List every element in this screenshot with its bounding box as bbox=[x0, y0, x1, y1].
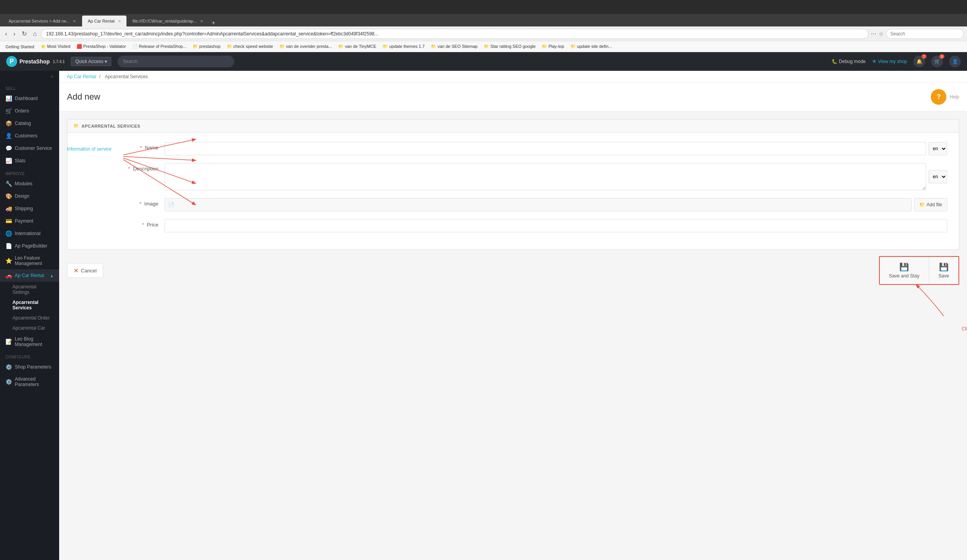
file-icon: 📄 bbox=[168, 202, 174, 208]
bookmark-prestashop[interactable]: 📁 prestashop bbox=[190, 43, 223, 50]
sidebar-item-label: International bbox=[15, 231, 40, 236]
sidebar-item-modules[interactable]: 🔧 Modules bbox=[0, 177, 59, 190]
save-icon: 💾 bbox=[939, 262, 949, 272]
sidebar-item-international[interactable]: 🌐 International bbox=[0, 227, 59, 240]
close-icon[interactable]: ✕ bbox=[200, 19, 203, 23]
add-file-button[interactable]: 📁 Add file bbox=[914, 198, 947, 211]
user-profile-button[interactable]: 👤 bbox=[949, 56, 961, 67]
sidebar-item-shipping[interactable]: 🚚 Shipping bbox=[0, 202, 59, 215]
home-button[interactable]: ⌂ bbox=[31, 30, 39, 38]
customer-service-icon: 💬 bbox=[5, 145, 12, 151]
sidebar-item-shop-parameters[interactable]: ⚙️ Shop Parameters bbox=[0, 361, 59, 373]
orders-icon: 🛒 bbox=[5, 108, 12, 114]
name-input[interactable] bbox=[165, 142, 926, 155]
shop-params-icon: ⚙️ bbox=[5, 364, 12, 370]
bookmark-release[interactable]: 📄 Release of PrestaShop... bbox=[130, 43, 189, 50]
breadcrumb-separator: / bbox=[99, 74, 102, 79]
bug-icon: 🐛 bbox=[832, 59, 837, 64]
sidebar-item-apcarrental-services[interactable]: Apcarrental Services bbox=[0, 297, 59, 313]
international-icon: 🌐 bbox=[5, 230, 12, 237]
description-textarea[interactable] bbox=[165, 163, 926, 190]
cancel-button[interactable]: ✕ Cancel bbox=[67, 263, 103, 278]
sidebar-item-leo-blog[interactable]: 📝 Leo Blog Management bbox=[0, 333, 59, 350]
shipping-icon: 🚚 bbox=[5, 205, 12, 212]
view-shop-label: View my shop bbox=[878, 59, 907, 64]
sidebar-item-apcarrental-car[interactable]: Apcarrental Car bbox=[0, 323, 59, 333]
name-lang-select[interactable]: en bbox=[928, 142, 947, 155]
sidebar-item-label: Modules bbox=[15, 181, 32, 186]
content-area: Ap Car Rental / Apcarrental Services Add… bbox=[59, 71, 967, 560]
sidebar-item-catalog[interactable]: 📦 Catalog bbox=[0, 117, 59, 130]
address-bar[interactable] bbox=[41, 29, 869, 39]
save-button-container: 💾 Save and Stay 💾 Save bbox=[879, 256, 959, 285]
form-with-annotations: Information of service bbox=[67, 119, 959, 285]
bookmark-update-site[interactable]: 📁 update site defin... bbox=[568, 43, 614, 50]
bookmark-getting-started[interactable]: Getting Started bbox=[3, 44, 37, 50]
description-label: Description bbox=[133, 166, 158, 172]
save-stay-icon: 💾 bbox=[899, 262, 909, 272]
bookmark-van-de[interactable]: 📁 van de overider presta... bbox=[277, 43, 335, 50]
bookmark-play-top[interactable]: 📁 Play-top bbox=[539, 43, 566, 50]
version-text: 1.7.4.1 bbox=[53, 60, 65, 64]
tab-apcarrental[interactable]: Apcarrental Services > Add ne... ✕ bbox=[3, 16, 81, 26]
browser-search-input[interactable] bbox=[886, 29, 964, 39]
orders-badge: 0 bbox=[939, 54, 944, 59]
sidebar-collapse-button[interactable]: « bbox=[0, 71, 59, 82]
top-navigation: P PrestaShop 1.7.4.1 Quick Access ▾ 🐛 De… bbox=[0, 52, 967, 71]
view-shop-button[interactable]: 👁 View my shop bbox=[872, 59, 907, 64]
tab-file[interactable]: file:///D:/CW/car_rental/guide/ap... ✕ bbox=[127, 16, 209, 26]
sidebar-item-advanced-parameters[interactable]: ⚙️ Advanced Parameters bbox=[0, 373, 59, 390]
sidebar-item-leo-feature[interactable]: ⭐ Leo Feature Management bbox=[0, 252, 59, 269]
bookmark-most-visited[interactable]: ⭐ Most Visited bbox=[38, 43, 73, 50]
back-button[interactable]: ‹ bbox=[3, 30, 9, 38]
sidebar-item-dashboard[interactable]: 📊 Dashboard bbox=[0, 92, 59, 105]
refresh-button[interactable]: ↻ bbox=[20, 29, 29, 38]
bookmark-tinymce[interactable]: 📁 van de TinyMCE bbox=[336, 43, 379, 50]
notifications-button[interactable]: 🔔 7 bbox=[913, 56, 925, 67]
sidebar-item-label: Design bbox=[15, 193, 29, 199]
orders-button[interactable]: 🛒 0 bbox=[931, 56, 943, 67]
image-label-col: * Image bbox=[79, 198, 165, 207]
bookmark-seo-sitemap[interactable]: 📁 van de SEO Sitemap bbox=[428, 43, 480, 50]
name-field-group: * Name en bbox=[79, 142, 947, 155]
tab-ap-car-rental[interactable]: Ap Car Rental ✕ bbox=[82, 16, 126, 26]
sidebar-item-orders[interactable]: 🛒 Orders bbox=[0, 105, 59, 117]
sidebar-item-payment[interactable]: 💳 Payment bbox=[0, 215, 59, 227]
eye-icon: 👁 bbox=[872, 59, 877, 64]
help-button[interactable]: ? bbox=[931, 89, 946, 105]
description-control-col: en bbox=[165, 163, 947, 190]
sidebar-item-ap-car-rental[interactable]: 🚗 Ap Car Rental ▲ bbox=[0, 269, 59, 282]
sidebar-item-ap-pagebuilder[interactable]: 📄 Ap PageBuilder bbox=[0, 240, 59, 252]
sidebar-item-label: Ap PageBuilder bbox=[15, 243, 47, 249]
sidebar-item-label: Customers bbox=[15, 133, 37, 139]
add-tab-button[interactable]: + bbox=[209, 19, 218, 26]
save-and-stay-button[interactable]: 💾 Save and Stay bbox=[880, 257, 929, 284]
close-icon[interactable]: ✕ bbox=[118, 19, 121, 23]
prestashop-logo: P PrestaShop 1.7.4.1 bbox=[6, 56, 65, 67]
price-input[interactable] bbox=[165, 219, 947, 232]
sidebar-item-apcarrental-order[interactable]: Apcarrental Order bbox=[0, 313, 59, 323]
quick-access-button[interactable]: Quick Access ▾ bbox=[71, 57, 111, 66]
save-button[interactable]: 💾 Save bbox=[929, 257, 958, 284]
sidebar-item-stats[interactable]: 📈 Stats bbox=[0, 154, 59, 167]
bookmark-prestashop-validator[interactable]: 🟥 PrestaShop - Validator bbox=[74, 43, 128, 50]
close-icon[interactable]: ✕ bbox=[73, 19, 76, 23]
logo-icon: P bbox=[6, 56, 17, 67]
configure-section-label: CONFIGURE bbox=[0, 350, 59, 361]
forward-button[interactable]: › bbox=[11, 30, 17, 38]
sidebar-item-design[interactable]: 🎨 Design bbox=[0, 190, 59, 202]
sidebar-item-label: Catalog bbox=[15, 121, 31, 126]
browser-menu-icon[interactable]: ⋯ bbox=[871, 31, 876, 37]
bookmark-check-speed[interactable]: 📁 check speed website bbox=[225, 43, 276, 50]
sidebar-item-customer-service[interactable]: 💬 Customer Service bbox=[0, 142, 59, 154]
breadcrumb-link-car-rental[interactable]: Ap Car Rental bbox=[67, 74, 96, 79]
description-lang-select[interactable]: en bbox=[928, 170, 947, 183]
sidebar-item-customers[interactable]: 👤 Customers bbox=[0, 130, 59, 142]
bookmark-icon[interactable]: ☆ bbox=[879, 31, 884, 37]
bookmark-update-themes[interactable]: 📁 update themes 1.7 bbox=[380, 43, 427, 50]
bookmark-star-rating[interactable]: 📁 Star ratting SEO google bbox=[481, 43, 538, 50]
file-upload-area: 📄 bbox=[165, 198, 912, 211]
sidebar-item-apcarrental-settings[interactable]: Apcarrental Settings bbox=[0, 282, 59, 297]
debug-mode-button[interactable]: 🐛 Debug mode bbox=[832, 59, 866, 64]
top-search-input[interactable] bbox=[118, 56, 234, 67]
